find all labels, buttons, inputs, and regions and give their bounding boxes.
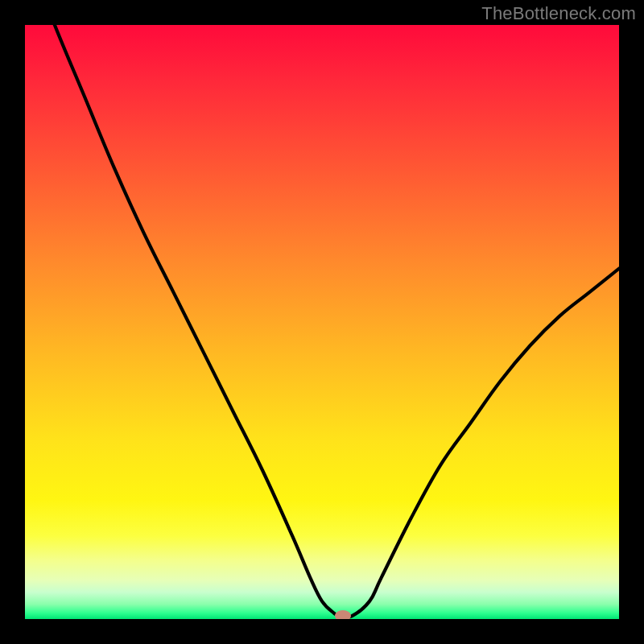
chart-frame: TheBottleneck.com (0, 0, 644, 644)
bottleneck-curve (25, 25, 619, 619)
plot-area (25, 25, 619, 619)
optimal-point-marker (335, 610, 351, 619)
watermark-text: TheBottleneck.com (481, 3, 636, 24)
